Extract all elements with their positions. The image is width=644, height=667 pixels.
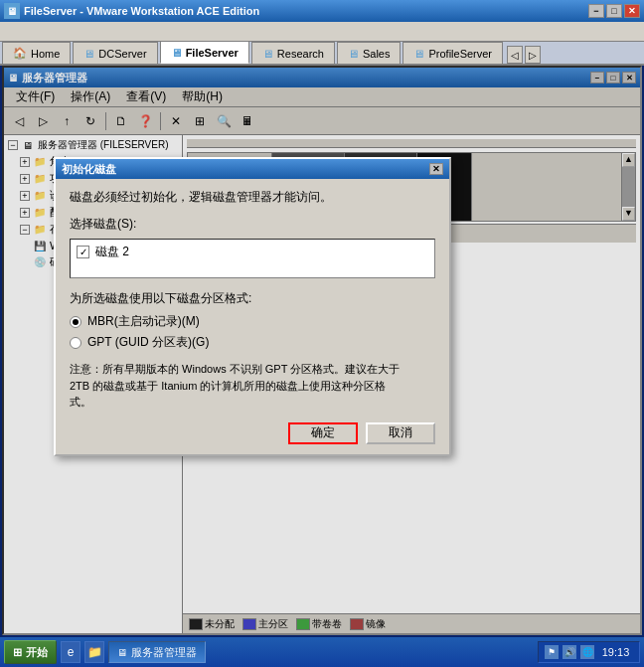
tab-dcserver-icon: 🖥 bbox=[83, 48, 94, 60]
disk2-checkbox-row: ✓ 磁盘 2 bbox=[77, 244, 428, 260]
taskbar-explorer-icon[interactable]: 📁 bbox=[84, 641, 104, 663]
initialize-disk-dialog: 初始化磁盘 ✕ 磁盘必须经过初始化，逻辑磁盘管理器才能访问。 选择磁盘(S): … bbox=[54, 157, 451, 456]
tab-profileserver-label: ProfileServer bbox=[428, 48, 492, 60]
tab-sales-label: Sales bbox=[363, 48, 391, 60]
tab-research-label: Research bbox=[277, 48, 324, 60]
disk2-label: 磁盘 2 bbox=[95, 244, 129, 260]
start-label: 开始 bbox=[26, 645, 48, 660]
tab-sales-icon: 🖥 bbox=[348, 48, 359, 60]
tab-dcserver[interactable]: 🖥 DCServer bbox=[73, 42, 157, 64]
tab-sales[interactable]: 🖥 Sales bbox=[337, 42, 402, 64]
confirm-button[interactable]: 确定 bbox=[288, 422, 358, 444]
taskbar-servermanager[interactable]: 🖥 服务器管理器 bbox=[108, 641, 206, 663]
disk-checkbox-area: ✓ 磁盘 2 bbox=[70, 239, 435, 278]
taskbar-item-label: 服务器管理器 bbox=[131, 645, 197, 660]
tab-research-icon: 🖥 bbox=[262, 48, 273, 60]
taskbar: ⊞ 开始 e 📁 🖥 服务器管理器 ⚑ 🔊 🌐 19:13 bbox=[0, 637, 644, 667]
window-controls: − □ ✕ bbox=[588, 4, 640, 18]
close-button[interactable]: ✕ bbox=[624, 4, 640, 18]
taskbar-ie-icon[interactable]: e bbox=[61, 641, 80, 663]
start-button[interactable]: ⊞ 开始 bbox=[4, 640, 57, 664]
dialog-body: 磁盘必须经过初始化，逻辑磁盘管理器才能访问。 选择磁盘(S): ✓ 磁盘 2 为… bbox=[56, 179, 449, 454]
start-icon: ⊞ bbox=[13, 646, 22, 659]
cancel-button[interactable]: 取消 bbox=[366, 422, 435, 444]
dialog-select-label: 选择磁盘(S): bbox=[70, 216, 435, 233]
gpt-label: GPT (GUID 分区表)(G) bbox=[87, 334, 209, 351]
maximize-button[interactable]: □ bbox=[606, 4, 622, 18]
title-bar: 🖥 FileServer - VMware Workstation ACE Ed… bbox=[0, 0, 644, 22]
tab-fileserver[interactable]: 🖥 FileServer bbox=[160, 41, 249, 64]
dialog-buttons: 确定 取消 bbox=[70, 422, 435, 444]
tab-dcserver-label: DCServer bbox=[98, 48, 146, 60]
gpt-radio-row: GPT (GUID 分区表)(G) bbox=[70, 334, 435, 351]
tab-home[interactable]: 🏠 Home bbox=[2, 42, 71, 64]
gpt-radio-button[interactable] bbox=[70, 337, 81, 349]
mbr-radio-row: MBR(主启动记录)(M) bbox=[70, 313, 435, 330]
tab-next-button[interactable]: ▷ bbox=[525, 46, 541, 64]
mbr-radio-button[interactable] bbox=[70, 316, 81, 328]
tab-home-icon: 🏠 bbox=[13, 47, 27, 60]
tab-fileserver-icon: 🖥 bbox=[171, 47, 182, 59]
taskbar-item-icon: 🖥 bbox=[117, 647, 127, 658]
tab-home-label: Home bbox=[31, 48, 60, 60]
dialog-intro: 磁盘必须经过初始化，逻辑磁盘管理器才能访问。 bbox=[70, 189, 435, 206]
tab-fileserver-label: FileServer bbox=[186, 47, 239, 59]
disk2-checkbox[interactable]: ✓ bbox=[77, 246, 89, 258]
tab-prev-button[interactable]: ◁ bbox=[507, 46, 523, 64]
app-icon: 🖥 bbox=[4, 3, 20, 19]
title-bar-text: FileServer - VMware Workstation ACE Edit… bbox=[24, 5, 588, 17]
tab-research[interactable]: 🖥 Research bbox=[251, 42, 335, 64]
dialog-overlay: 初始化磁盘 ✕ 磁盘必须经过初始化，逻辑磁盘管理器才能访问。 选择磁盘(S): … bbox=[4, 68, 640, 633]
tab-bar: 🏠 Home 🖥 DCServer 🖥 FileServer 🖥 Researc… bbox=[0, 42, 644, 66]
dialog-note: 注意：所有早期版本的 Windows 不识别 GPT 分区格式。建议在大于2TB… bbox=[70, 361, 435, 411]
mbr-label: MBR(主启动记录)(M) bbox=[87, 313, 200, 330]
dialog-title: 初始化磁盘 bbox=[62, 162, 429, 177]
tray-icon-2: 🔊 bbox=[563, 645, 576, 659]
tab-profileserver-icon: 🖥 bbox=[413, 48, 424, 60]
partition-label: 为所选磁盘使用以下磁盘分区格式: bbox=[70, 290, 435, 307]
system-tray: ⚑ 🔊 🌐 19:13 bbox=[538, 641, 640, 663]
tab-profileserver[interactable]: 🖥 ProfileServer bbox=[402, 42, 503, 64]
minimize-button[interactable]: − bbox=[588, 4, 604, 18]
dialog-close-button[interactable]: ✕ bbox=[429, 163, 443, 175]
menu-bar bbox=[0, 22, 644, 42]
system-clock: 19:13 bbox=[598, 646, 633, 658]
dialog-title-bar: 初始化磁盘 ✕ bbox=[56, 159, 449, 179]
tray-icon-1: ⚑ bbox=[545, 645, 559, 659]
network-icon: 🌐 bbox=[580, 645, 594, 659]
